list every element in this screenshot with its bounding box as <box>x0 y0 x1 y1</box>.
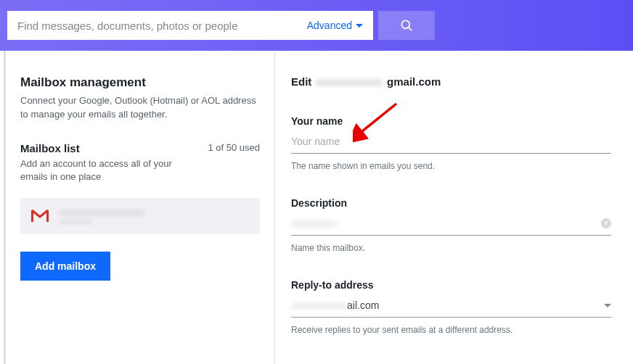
top-bar: Advanced <box>0 0 633 51</box>
replyto-value-suffix: ail.com <box>347 299 379 311</box>
search-icon <box>399 18 414 33</box>
mailbox-list-title: Mailbox list <box>20 142 200 154</box>
description-value-masked: xxxxxxxxx <box>291 218 337 229</box>
left-panel: Mailbox management Connect your Google, … <box>4 51 275 364</box>
mailbox-mgmt-title: Mailbox management <box>20 75 260 90</box>
close-icon: ✕ <box>603 220 609 227</box>
replyto-field: Reply-to address xxxxxxxxxxxail.com Rece… <box>291 279 611 335</box>
description-help: Name this mailbox. <box>291 243 611 253</box>
yourname-help: The name shown in emails you send. <box>291 161 611 171</box>
yourname-field: Your name The name shown in emails you s… <box>291 115 611 171</box>
replyto-label: Reply-to address <box>291 279 611 291</box>
edit-heading: Edit xxxxxxxxxxxgmail.com <box>291 75 611 88</box>
right-panel: Edit xxxxxxxxxxxgmail.com Your name The … <box>275 51 633 364</box>
yourname-input[interactable] <box>291 136 611 147</box>
mailbox-count: 1 of 50 used <box>208 142 260 153</box>
search-box: Advanced <box>7 11 373 40</box>
search-group: Advanced <box>7 11 435 40</box>
description-label: Description <box>291 197 611 209</box>
search-input[interactable] <box>17 20 307 32</box>
description-field: Description xxxxxxxxx ✕ Name this mailbo… <box>291 197 611 253</box>
edit-email-masked: xxxxxxxxxxx <box>316 75 383 88</box>
mailbox-list-item[interactable]: xxxxxxxxxxxxxxxxxx xxxxxxxxx <box>20 198 260 234</box>
svg-rect-3 <box>46 210 49 222</box>
yourname-label: Your name <box>291 115 611 127</box>
replyto-help: Receive replies to your sent emails at a… <box>291 325 611 335</box>
advanced-toggle[interactable]: Advanced <box>307 20 363 31</box>
mailbox-mgmt-desc: Connect your Google, Outlook (Hotmail) o… <box>20 94 260 122</box>
replyto-value-masked: xxxxxxxxxxx <box>291 299 347 311</box>
edit-email-suffix: gmail.com <box>387 75 441 88</box>
gmail-icon <box>30 209 49 223</box>
account-sub-masked: xxxxxxxxx <box>60 218 144 226</box>
content: Mailbox management Connect your Google, … <box>0 51 633 364</box>
yourname-input-row <box>291 133 611 154</box>
advanced-label: Advanced <box>307 20 352 31</box>
svg-rect-2 <box>31 210 33 222</box>
mailbox-list-sub: Add an account to access all of your ema… <box>20 157 200 183</box>
description-input-row[interactable]: xxxxxxxxx ✕ <box>291 215 611 236</box>
clear-description-button[interactable]: ✕ <box>601 218 611 228</box>
svg-line-1 <box>409 28 412 30</box>
chevron-down-icon <box>356 24 363 28</box>
replyto-dropdown[interactable]: xxxxxxxxxxxail.com <box>291 297 611 318</box>
chevron-down-icon <box>604 304 611 307</box>
search-button[interactable] <box>378 11 435 40</box>
edit-label: Edit <box>291 75 311 88</box>
mailbox-list-header: Mailbox list Add an account to access al… <box>20 142 260 183</box>
add-mailbox-button[interactable]: Add mailbox <box>20 252 110 281</box>
account-email-masked: xxxxxxxxxxxxxxxxxx <box>60 207 144 218</box>
account-info: xxxxxxxxxxxxxxxxxx xxxxxxxxx <box>60 207 144 226</box>
